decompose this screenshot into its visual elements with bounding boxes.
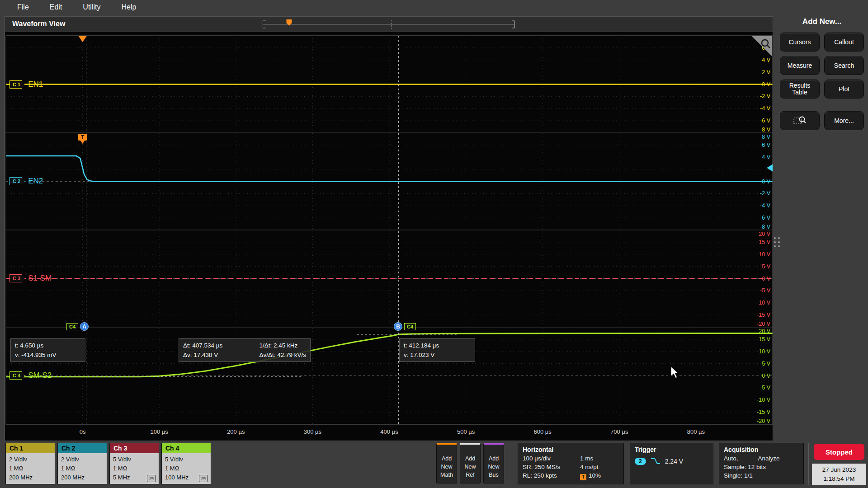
channel-tag-c4: C 4 (9, 371, 25, 380)
results-table-button[interactable]: Results Table (780, 80, 820, 99)
trigger-level-arrow[interactable] (767, 164, 773, 171)
axis-label: 20 V (759, 231, 770, 237)
axis-label: 5 V (762, 263, 770, 270)
axis-label: 5 V (762, 361, 770, 367)
add-ref-line1: Add (460, 455, 480, 463)
trigger-position-marker[interactable] (79, 36, 87, 42)
channel-3-bandwidth: 5 MHz (113, 474, 130, 481)
channel-label-c4: SM-S2 (28, 371, 52, 380)
trigger-position-icon: T (580, 474, 586, 480)
channel-4-impedance: 1 MΩ (165, 464, 208, 473)
cursors-button[interactable]: Cursors (780, 33, 820, 52)
waveform-view-header: Waveform View (5, 17, 773, 32)
menu-help[interactable]: Help (121, 3, 136, 11)
channel-badge-c4[interactable]: C 4 SM-S2 (9, 371, 52, 380)
acquisition-single: Single: 1/1 (724, 472, 799, 479)
cursor-a-time: t: 4.650 µs (15, 342, 81, 349)
channel-2-scale: 2 V/div (61, 455, 104, 464)
add-math-line2: New (437, 463, 457, 471)
menu-bar: File Edit Utility Help (0, 0, 868, 14)
horizontal-samplerate: SR: 250 MS/s (523, 464, 580, 470)
menu-utility[interactable]: Utility (83, 3, 100, 11)
menu-edit[interactable]: Edit (50, 3, 62, 11)
add-math-line3: Math (437, 471, 457, 479)
cursor-a-handle[interactable]: A (80, 322, 89, 331)
time-tick-label: 400 µs (380, 428, 398, 435)
channel-2-bandwidth: 200 MHz (61, 473, 104, 482)
trigger-flag-point (80, 141, 85, 144)
more-button[interactable]: More... (824, 111, 864, 130)
waveform-view-title: Waveform View (12, 20, 65, 28)
panel-splitter-handle[interactable] (774, 237, 780, 247)
channel-4-card[interactable]: Ch 4 5 V/div 1 MΩ Bw100 MHz (161, 443, 211, 484)
axis-label: -4 V (760, 105, 771, 112)
time-tick-label: 300 µs (304, 428, 322, 435)
time-tick-label: 600 µs (534, 428, 552, 435)
channel-4-bandwidth: 100 MHz (165, 474, 189, 481)
acquisition-title: Acquisition (724, 446, 799, 453)
run-stop-button[interactable]: Stopped (814, 444, 864, 460)
channel-2-card[interactable]: Ch 2 2 V/div 1 MΩ 200 MHz (57, 443, 107, 484)
axis-label: -5 V (760, 287, 771, 294)
axis-label: -4 V (760, 202, 771, 209)
horizontal-recordlength: RL: 250 kpts (523, 472, 580, 480)
add-new-math-button[interactable]: Add New Math (436, 443, 457, 483)
channel-1-impedance: 1 MΩ (9, 464, 52, 473)
axis-label: 15 V (759, 239, 770, 245)
search-button[interactable]: Search (824, 56, 864, 75)
trigger-panel[interactable]: Trigger 2 2.24 V (630, 443, 713, 484)
axis-label: 0 V (762, 81, 770, 88)
datetime-display: 27 Jun 2023 1:18:54 PM (812, 464, 866, 485)
axis-label: -2 V (760, 93, 771, 99)
channel-badge-c2[interactable]: C 2 EN2 (9, 176, 43, 186)
add-new-bus-button[interactable]: Add New Bus (483, 443, 504, 483)
axis-label: 8 V (762, 134, 770, 140)
cursor-b-channel-tag: C4 (404, 323, 416, 330)
status-bar: Ch 1 2 V/div 1 MΩ 200 MHz Ch 2 2 V/div 1… (0, 442, 868, 488)
graticule[interactable]: 6 V4 V2 V0 V-2 V-4 V-6 V-8 V8 V6 V4 V0 V… (5, 32, 774, 441)
horizontal-window: 1 ms (580, 455, 619, 462)
channel-3-scale: 5 V/div (113, 455, 156, 464)
channel-1-card[interactable]: Ch 1 2 V/div 1 MΩ 200 MHz (5, 443, 55, 484)
status-divider (808, 443, 809, 485)
trigger-title: Trigger (635, 446, 708, 453)
channel-tag-c1: C 1 (9, 80, 25, 89)
axis-label: 2 V (762, 69, 770, 75)
trigger-flag-letter: T (81, 134, 85, 141)
axis-label: 4 V (762, 154, 770, 160)
zoom-mode-button[interactable] (780, 111, 820, 130)
minimap-trigger-marker[interactable] (287, 19, 292, 26)
cursor-a-readout: t: 4.650 µs v: -414.935 mV (10, 338, 85, 362)
time-value: 1:18:54 PM (812, 474, 866, 483)
plot-button[interactable]: Plot (824, 80, 864, 99)
channel-3-card[interactable]: Ch 3 5 V/div 1 MΩ Bw5 MHz (109, 443, 159, 484)
falling-edge-icon (650, 457, 661, 465)
record-view-minimap[interactable] (261, 19, 517, 30)
axis-label: -6 V (760, 117, 771, 124)
horizontal-resolution: 4 ns/pt (580, 464, 619, 470)
add-new-ref-button[interactable]: Add New Ref (460, 443, 481, 483)
channel-label-c2: EN2 (28, 177, 43, 186)
axis-label: -6 V (760, 215, 771, 221)
measure-button[interactable]: Measure (780, 56, 820, 75)
cursor-b-handle[interactable]: B (394, 322, 402, 331)
add-bus-line1: Add (484, 455, 504, 463)
axis-label: 20 V (759, 328, 770, 334)
menu-file[interactable]: File (17, 3, 29, 11)
horizontal-position-value: 10% (589, 472, 601, 479)
axis-label: -20 V (757, 321, 771, 327)
channel-badge-c1[interactable]: C 1 EN1 (9, 80, 43, 89)
acquisition-panel[interactable]: Acquisition Auto, Analyze Sample: 12 bit… (719, 443, 804, 484)
time-tick-label: 0s (80, 428, 86, 435)
channel-2-impedance: 1 MΩ (61, 464, 104, 473)
channel-1-header: Ch 1 (6, 443, 55, 453)
acquisition-analyze[interactable]: Analyze (758, 455, 780, 462)
channel-1-scale: 2 V/div (9, 455, 52, 464)
horizontal-title: Horizontal (523, 446, 619, 453)
horizontal-panel[interactable]: Horizontal 100 µs/div 1 ms SR: 250 MS/s … (518, 443, 624, 484)
callout-button[interactable]: Callout (824, 33, 864, 52)
waveform-view-panel: Waveform View 6 V4 V2 V0 V-2 V-4 V-6 V-8… (5, 16, 773, 441)
channel-badge-c3[interactable]: C 3 S1-SM (9, 273, 52, 283)
channel-label-c1: EN1 (28, 80, 43, 89)
date-value: 27 Jun 2023 (812, 465, 866, 474)
